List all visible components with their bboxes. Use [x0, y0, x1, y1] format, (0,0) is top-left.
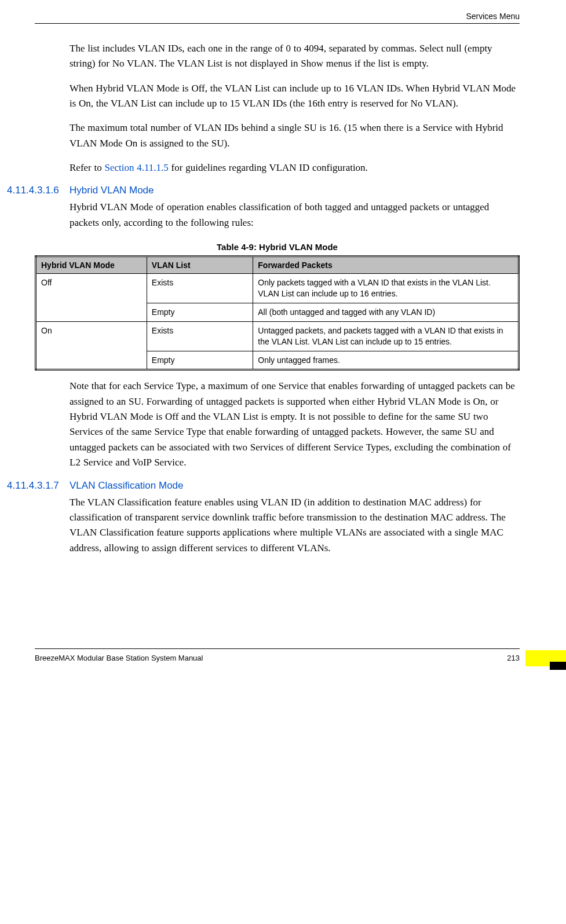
section-number: 4.11.4.3.1.6 [7, 185, 70, 196]
text-fragment: for guidelines regarding VLAN ID configu… [169, 162, 368, 173]
hybrid-vlan-table: Hybrid VLAN Mode VLAN List Forwarded Pac… [35, 255, 520, 371]
body-content: The list includes VLAN IDs, each one in … [70, 41, 520, 175]
table-cell: Only packets tagged with a VLAN ID that … [253, 274, 519, 303]
table-header-cell: Hybrid VLAN Mode [36, 256, 147, 274]
section-heading: 4.11.4.3.1.7VLAN Classification Mode [35, 480, 520, 492]
body-content: Hybrid VLAN Mode of operation enables cl… [70, 200, 520, 230]
table-row: On Exists Untagged packets, and packets … [36, 321, 519, 351]
footer-page-number: 213 [507, 654, 520, 662]
footer-manual-title: BreezeMAX Modular Base Station System Ma… [35, 654, 203, 662]
table-row: Off Exists Only packets tagged with a VL… [36, 274, 519, 303]
page-marker-black [550, 662, 566, 670]
table-caption: Table 4-9: Hybrid VLAN Mode [35, 242, 520, 252]
table-cell: Only untagged frames. [253, 351, 519, 370]
table-cell: Exists [147, 274, 253, 303]
table-header-cell: VLAN List [147, 256, 253, 274]
paragraph: When Hybrid VLAN Mode is Off, the VLAN L… [70, 81, 520, 112]
document-page: Services Menu The list includes VLAN IDs… [0, 0, 566, 685]
page-footer: BreezeMAX Modular Base Station System Ma… [35, 648, 520, 662]
table-header-row: Hybrid VLAN Mode VLAN List Forwarded Pac… [36, 256, 519, 274]
table-cell: All (both untagged and tagged with any V… [253, 303, 519, 321]
paragraph: Hybrid VLAN Mode of operation enables cl… [70, 200, 520, 230]
paragraph: Note that for each Service Type, a maxim… [70, 379, 520, 470]
text-fragment: Refer to [70, 162, 104, 173]
table-cell: Exists [147, 321, 253, 351]
table-cell: On [36, 321, 147, 370]
section-title: Hybrid VLAN Mode [70, 185, 154, 196]
cross-reference-link[interactable]: Section 4.11.1.5 [104, 162, 168, 173]
section-number: 4.11.4.3.1.7 [7, 480, 70, 492]
paragraph: The VLAN Classification feature enables … [70, 495, 520, 556]
section-heading: 4.11.4.3.1.6Hybrid VLAN Mode [35, 185, 520, 196]
table-header-cell: Forwarded Packets [253, 256, 519, 274]
table-cell: Empty [147, 303, 253, 321]
paragraph: Refer to Section 4.11.1.5 for guidelines… [70, 160, 520, 175]
paragraph: The list includes VLAN IDs, each one in … [70, 41, 520, 72]
body-content: Note that for each Service Type, a maxim… [70, 379, 520, 470]
paragraph: The maximum total number of VLAN IDs beh… [70, 120, 520, 151]
section-title: VLAN Classification Mode [70, 480, 184, 491]
table-cell: Untagged packets, and packets tagged wit… [253, 321, 519, 351]
header-section-label: Services Menu [35, 12, 520, 21]
table-cell: Empty [147, 351, 253, 370]
page-header: Services Menu [35, 12, 520, 24]
footer-page-area: 213 [507, 654, 520, 662]
body-content: The VLAN Classification feature enables … [70, 495, 520, 556]
table-cell: Off [36, 274, 147, 322]
